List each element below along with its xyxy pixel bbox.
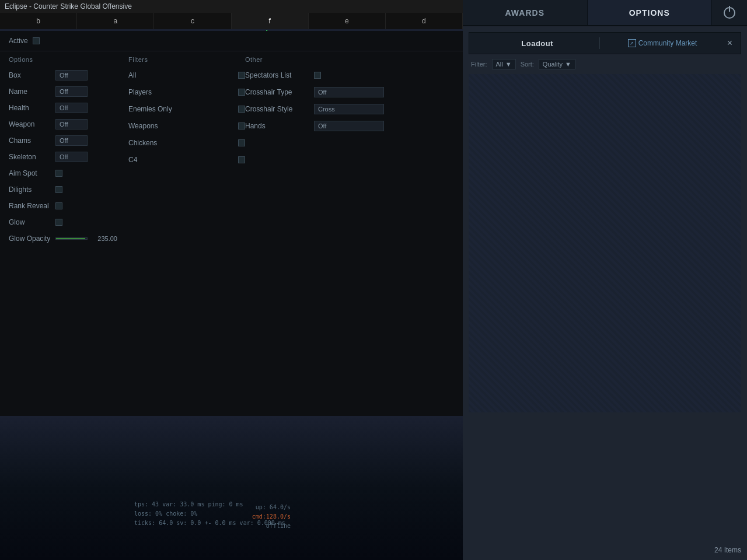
filter-chickens-checkbox[interactable] <box>238 139 245 146</box>
items-count: 24 Items <box>714 546 741 554</box>
right-topbar: AWARDS OPTIONS <box>463 0 747 26</box>
option-skeleton-value[interactable]: Off <box>55 152 88 162</box>
tab-b[interactable]: b <box>0 13 77 29</box>
other-spectators-checkbox[interactable] <box>314 72 321 79</box>
option-name-value[interactable]: Off <box>55 86 88 97</box>
option-aimspot: Aim Spot <box>9 167 128 180</box>
active-row: Active <box>0 31 463 51</box>
active-checkbox[interactable] <box>33 37 40 44</box>
game-area: tps: 43 var: 33.0 ms ping: 0 ms loss: 0%… <box>0 416 463 560</box>
sort-chevron-icon: ▼ <box>565 61 571 68</box>
glow-opacity-value: 235.00 <box>91 235 117 242</box>
option-box: Box Off <box>9 69 128 82</box>
filter-c4: C4 <box>128 153 245 166</box>
option-health: Health Off <box>9 102 128 114</box>
external-link-icon: ↗ <box>628 39 636 47</box>
option-skeleton: Skeleton Off <box>9 150 128 163</box>
option-dilights-checkbox[interactable] <box>55 186 62 193</box>
filter-players-checkbox[interactable] <box>238 89 245 96</box>
option-chams: Chams Off <box>9 134 128 147</box>
tab-f[interactable]: f <box>232 13 309 29</box>
filters-header: Filters <box>128 56 245 63</box>
other-crosshair-style-value[interactable]: Cross <box>314 104 384 114</box>
other-crosshair-style: Crosshair Style Cross <box>245 103 454 116</box>
tab-bar: b a c f e d <box>0 13 463 29</box>
option-glow-opacity: Glow Opacity 235.00 <box>9 232 128 245</box>
loadout-header: Loadout ↗ Community Market × <box>469 32 741 54</box>
other-crosshair-type-value[interactable]: Off <box>314 87 384 97</box>
tab-e[interactable]: e <box>309 13 386 29</box>
filter-select[interactable]: All ▼ <box>492 59 516 69</box>
loadout-button[interactable]: Loadout <box>475 39 599 48</box>
tab-options[interactable]: OPTIONS <box>588 0 713 25</box>
option-chams-value[interactable]: Off <box>55 135 88 146</box>
game-background: tps: 43 var: 33.0 ms ping: 0 ms loss: 0%… <box>0 416 463 560</box>
other-hands: Hands Off <box>245 120 454 132</box>
filter-enemies-only: Enemies Only <box>128 103 245 116</box>
option-rankreveal-checkbox[interactable] <box>55 202 62 209</box>
debug-right: up: 64.0/s cmd:128.0/s offline <box>252 503 291 531</box>
other-crosshair-type: Crosshair Type Off <box>245 86 454 99</box>
option-rankreveal: Rank Reveal <box>9 200 128 212</box>
power-button[interactable] <box>712 0 747 25</box>
options-section: Options Box Off Name Off Health Off Weap… <box>0 51 463 253</box>
filter-chickens: Chickens <box>128 136 245 149</box>
main-panel: Active Options Box Off Name Off Health O… <box>0 31 463 416</box>
close-button[interactable]: × <box>725 38 735 48</box>
glow-opacity-slider[interactable] <box>55 237 88 240</box>
option-health-value[interactable]: Off <box>55 103 88 113</box>
active-label: Active <box>9 37 28 45</box>
filters-column: Filters All Players Enemies Only Weapons… <box>128 56 245 249</box>
tab-d[interactable]: d <box>386 13 463 29</box>
loadout-area: Loadout ↗ Community Market × Filter: All… <box>463 26 747 418</box>
filter-weapons: Weapons <box>128 120 245 132</box>
option-dilights: Dilights <box>9 183 128 196</box>
title-bar-text: Eclipse - Counter Strike Global Offensiv… <box>5 2 132 10</box>
filter-all-checkbox[interactable] <box>238 72 245 79</box>
filter-players: Players <box>128 86 245 99</box>
other-spectators: Spectators List <box>245 69 454 82</box>
option-aimspot-checkbox[interactable] <box>55 170 62 177</box>
power-icon <box>724 7 735 19</box>
content-grid <box>469 74 741 412</box>
filter-sort-bar: Filter: All ▼ Sort: Quality ▼ <box>469 59 741 69</box>
option-weapon: Weapon Off <box>9 118 128 131</box>
tab-a[interactable]: a <box>77 13 154 29</box>
filter-chevron-icon: ▼ <box>505 61 512 68</box>
option-glow: Glow <box>9 216 128 229</box>
community-market-button[interactable]: ↗ Community Market <box>600 39 724 47</box>
option-name: Name Off <box>9 85 128 98</box>
options-header: Options <box>9 56 128 63</box>
filter-all: All <box>128 69 245 82</box>
options-column: Options Box Off Name Off Health Off Weap… <box>9 56 128 249</box>
other-column: Other Spectators List Crosshair Type Off… <box>245 56 454 249</box>
tab-c[interactable]: c <box>154 13 231 29</box>
filter-enemies-checkbox[interactable] <box>238 106 245 113</box>
right-panel: AWARDS OPTIONS Loadout ↗ Community Marke… <box>463 0 747 560</box>
other-hands-value[interactable]: Off <box>314 121 384 131</box>
option-box-value[interactable]: Off <box>55 70 88 80</box>
option-glow-checkbox[interactable] <box>55 219 62 226</box>
other-header: Other <box>245 56 454 63</box>
filter-weapons-checkbox[interactable] <box>238 123 245 130</box>
tab-awards[interactable]: AWARDS <box>463 0 588 25</box>
title-bar: Eclipse - Counter Strike Global Offensiv… <box>0 0 463 13</box>
sort-select[interactable]: Quality ▼ <box>539 59 575 69</box>
filter-c4-checkbox[interactable] <box>238 156 245 163</box>
option-weapon-value[interactable]: Off <box>55 119 88 130</box>
